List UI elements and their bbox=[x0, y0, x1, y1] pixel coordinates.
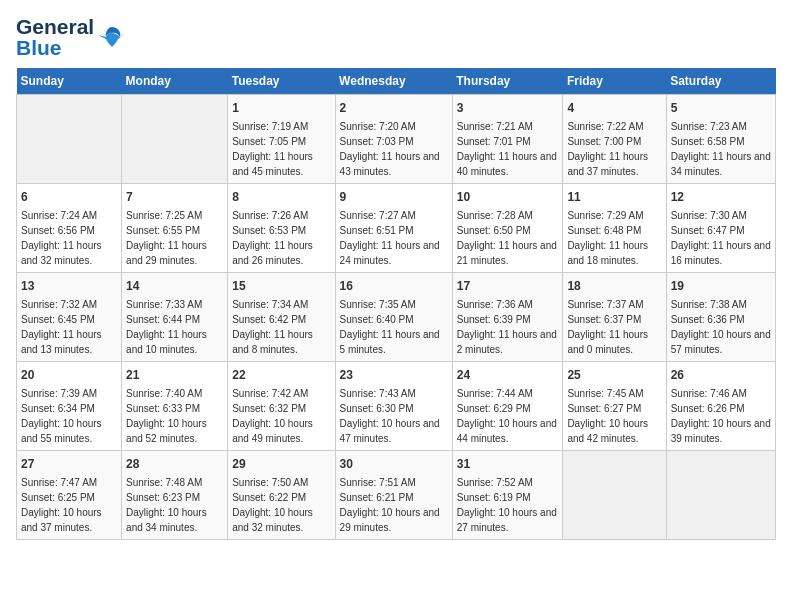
calendar-cell: 20Sunrise: 7:39 AMSunset: 6:34 PMDayligh… bbox=[17, 362, 122, 451]
calendar-cell bbox=[666, 451, 775, 540]
day-number: 26 bbox=[671, 366, 771, 384]
calendar-cell bbox=[122, 95, 228, 184]
calendar-week-row: 6Sunrise: 7:24 AMSunset: 6:56 PMDaylight… bbox=[17, 184, 776, 273]
day-info: Sunrise: 7:20 AMSunset: 7:03 PMDaylight:… bbox=[340, 119, 448, 179]
day-info: Sunrise: 7:48 AMSunset: 6:23 PMDaylight:… bbox=[126, 475, 223, 535]
calendar-cell: 3Sunrise: 7:21 AMSunset: 7:01 PMDaylight… bbox=[452, 95, 563, 184]
day-number: 14 bbox=[126, 277, 223, 295]
calendar-cell: 5Sunrise: 7:23 AMSunset: 6:58 PMDaylight… bbox=[666, 95, 775, 184]
day-number: 28 bbox=[126, 455, 223, 473]
calendar-week-row: 20Sunrise: 7:39 AMSunset: 6:34 PMDayligh… bbox=[17, 362, 776, 451]
day-info: Sunrise: 7:38 AMSunset: 6:36 PMDaylight:… bbox=[671, 297, 771, 357]
day-info: Sunrise: 7:43 AMSunset: 6:30 PMDaylight:… bbox=[340, 386, 448, 446]
calendar-cell: 8Sunrise: 7:26 AMSunset: 6:53 PMDaylight… bbox=[228, 184, 335, 273]
calendar-cell: 13Sunrise: 7:32 AMSunset: 6:45 PMDayligh… bbox=[17, 273, 122, 362]
day-number: 16 bbox=[340, 277, 448, 295]
day-info: Sunrise: 7:40 AMSunset: 6:33 PMDaylight:… bbox=[126, 386, 223, 446]
header-monday: Monday bbox=[122, 68, 228, 95]
day-info: Sunrise: 7:19 AMSunset: 7:05 PMDaylight:… bbox=[232, 119, 330, 179]
day-info: Sunrise: 7:51 AMSunset: 6:21 PMDaylight:… bbox=[340, 475, 448, 535]
calendar-cell: 31Sunrise: 7:52 AMSunset: 6:19 PMDayligh… bbox=[452, 451, 563, 540]
header-friday: Friday bbox=[563, 68, 666, 95]
calendar-cell: 4Sunrise: 7:22 AMSunset: 7:00 PMDaylight… bbox=[563, 95, 666, 184]
calendar-week-row: 13Sunrise: 7:32 AMSunset: 6:45 PMDayligh… bbox=[17, 273, 776, 362]
calendar-cell: 28Sunrise: 7:48 AMSunset: 6:23 PMDayligh… bbox=[122, 451, 228, 540]
calendar-cell: 7Sunrise: 7:25 AMSunset: 6:55 PMDaylight… bbox=[122, 184, 228, 273]
day-info: Sunrise: 7:21 AMSunset: 7:01 PMDaylight:… bbox=[457, 119, 559, 179]
day-number: 21 bbox=[126, 366, 223, 384]
calendar-cell: 17Sunrise: 7:36 AMSunset: 6:39 PMDayligh… bbox=[452, 273, 563, 362]
calendar-cell: 18Sunrise: 7:37 AMSunset: 6:37 PMDayligh… bbox=[563, 273, 666, 362]
day-info: Sunrise: 7:29 AMSunset: 6:48 PMDaylight:… bbox=[567, 208, 661, 268]
calendar-cell: 30Sunrise: 7:51 AMSunset: 6:21 PMDayligh… bbox=[335, 451, 452, 540]
day-number: 27 bbox=[21, 455, 117, 473]
calendar-week-row: 27Sunrise: 7:47 AMSunset: 6:25 PMDayligh… bbox=[17, 451, 776, 540]
day-number: 3 bbox=[457, 99, 559, 117]
day-number: 11 bbox=[567, 188, 661, 206]
day-number: 19 bbox=[671, 277, 771, 295]
day-info: Sunrise: 7:47 AMSunset: 6:25 PMDaylight:… bbox=[21, 475, 117, 535]
day-number: 23 bbox=[340, 366, 448, 384]
header-saturday: Saturday bbox=[666, 68, 775, 95]
day-info: Sunrise: 7:37 AMSunset: 6:37 PMDaylight:… bbox=[567, 297, 661, 357]
day-info: Sunrise: 7:27 AMSunset: 6:51 PMDaylight:… bbox=[340, 208, 448, 268]
day-number: 24 bbox=[457, 366, 559, 384]
day-info: Sunrise: 7:39 AMSunset: 6:34 PMDaylight:… bbox=[21, 386, 117, 446]
header-sunday: Sunday bbox=[17, 68, 122, 95]
calendar-cell: 24Sunrise: 7:44 AMSunset: 6:29 PMDayligh… bbox=[452, 362, 563, 451]
calendar-cell bbox=[563, 451, 666, 540]
calendar-table: SundayMondayTuesdayWednesdayThursdayFrid… bbox=[16, 68, 776, 540]
calendar-cell: 9Sunrise: 7:27 AMSunset: 6:51 PMDaylight… bbox=[335, 184, 452, 273]
calendar-cell: 14Sunrise: 7:33 AMSunset: 6:44 PMDayligh… bbox=[122, 273, 228, 362]
day-info: Sunrise: 7:30 AMSunset: 6:47 PMDaylight:… bbox=[671, 208, 771, 268]
day-info: Sunrise: 7:23 AMSunset: 6:58 PMDaylight:… bbox=[671, 119, 771, 179]
day-number: 8 bbox=[232, 188, 330, 206]
calendar-cell: 23Sunrise: 7:43 AMSunset: 6:30 PMDayligh… bbox=[335, 362, 452, 451]
calendar-cell: 2Sunrise: 7:20 AMSunset: 7:03 PMDaylight… bbox=[335, 95, 452, 184]
calendar-cell: 10Sunrise: 7:28 AMSunset: 6:50 PMDayligh… bbox=[452, 184, 563, 273]
calendar-cell: 21Sunrise: 7:40 AMSunset: 6:33 PMDayligh… bbox=[122, 362, 228, 451]
day-info: Sunrise: 7:32 AMSunset: 6:45 PMDaylight:… bbox=[21, 297, 117, 357]
day-number: 30 bbox=[340, 455, 448, 473]
day-number: 25 bbox=[567, 366, 661, 384]
day-number: 13 bbox=[21, 277, 117, 295]
logo-bird-icon bbox=[98, 23, 126, 51]
calendar-cell: 11Sunrise: 7:29 AMSunset: 6:48 PMDayligh… bbox=[563, 184, 666, 273]
logo-text-blue: Blue bbox=[16, 37, 94, 58]
day-info: Sunrise: 7:33 AMSunset: 6:44 PMDaylight:… bbox=[126, 297, 223, 357]
calendar-cell: 15Sunrise: 7:34 AMSunset: 6:42 PMDayligh… bbox=[228, 273, 335, 362]
calendar-cell: 29Sunrise: 7:50 AMSunset: 6:22 PMDayligh… bbox=[228, 451, 335, 540]
header-tuesday: Tuesday bbox=[228, 68, 335, 95]
day-info: Sunrise: 7:42 AMSunset: 6:32 PMDaylight:… bbox=[232, 386, 330, 446]
day-number: 6 bbox=[21, 188, 117, 206]
day-number: 29 bbox=[232, 455, 330, 473]
day-number: 20 bbox=[21, 366, 117, 384]
calendar-cell: 25Sunrise: 7:45 AMSunset: 6:27 PMDayligh… bbox=[563, 362, 666, 451]
day-number: 1 bbox=[232, 99, 330, 117]
day-number: 4 bbox=[567, 99, 661, 117]
day-info: Sunrise: 7:26 AMSunset: 6:53 PMDaylight:… bbox=[232, 208, 330, 268]
day-number: 12 bbox=[671, 188, 771, 206]
day-info: Sunrise: 7:50 AMSunset: 6:22 PMDaylight:… bbox=[232, 475, 330, 535]
header-thursday: Thursday bbox=[452, 68, 563, 95]
day-info: Sunrise: 7:22 AMSunset: 7:00 PMDaylight:… bbox=[567, 119, 661, 179]
day-number: 2 bbox=[340, 99, 448, 117]
day-number: 22 bbox=[232, 366, 330, 384]
calendar-cell: 1Sunrise: 7:19 AMSunset: 7:05 PMDaylight… bbox=[228, 95, 335, 184]
logo: General Blue bbox=[16, 16, 126, 58]
calendar-header-row: SundayMondayTuesdayWednesdayThursdayFrid… bbox=[17, 68, 776, 95]
calendar-cell: 12Sunrise: 7:30 AMSunset: 6:47 PMDayligh… bbox=[666, 184, 775, 273]
page-header: General Blue bbox=[16, 16, 776, 58]
day-info: Sunrise: 7:24 AMSunset: 6:56 PMDaylight:… bbox=[21, 208, 117, 268]
calendar-cell: 22Sunrise: 7:42 AMSunset: 6:32 PMDayligh… bbox=[228, 362, 335, 451]
day-info: Sunrise: 7:52 AMSunset: 6:19 PMDaylight:… bbox=[457, 475, 559, 535]
day-info: Sunrise: 7:44 AMSunset: 6:29 PMDaylight:… bbox=[457, 386, 559, 446]
calendar-cell: 6Sunrise: 7:24 AMSunset: 6:56 PMDaylight… bbox=[17, 184, 122, 273]
calendar-cell: 27Sunrise: 7:47 AMSunset: 6:25 PMDayligh… bbox=[17, 451, 122, 540]
day-number: 7 bbox=[126, 188, 223, 206]
calendar-cell: 16Sunrise: 7:35 AMSunset: 6:40 PMDayligh… bbox=[335, 273, 452, 362]
day-number: 10 bbox=[457, 188, 559, 206]
day-number: 15 bbox=[232, 277, 330, 295]
day-info: Sunrise: 7:28 AMSunset: 6:50 PMDaylight:… bbox=[457, 208, 559, 268]
day-info: Sunrise: 7:35 AMSunset: 6:40 PMDaylight:… bbox=[340, 297, 448, 357]
